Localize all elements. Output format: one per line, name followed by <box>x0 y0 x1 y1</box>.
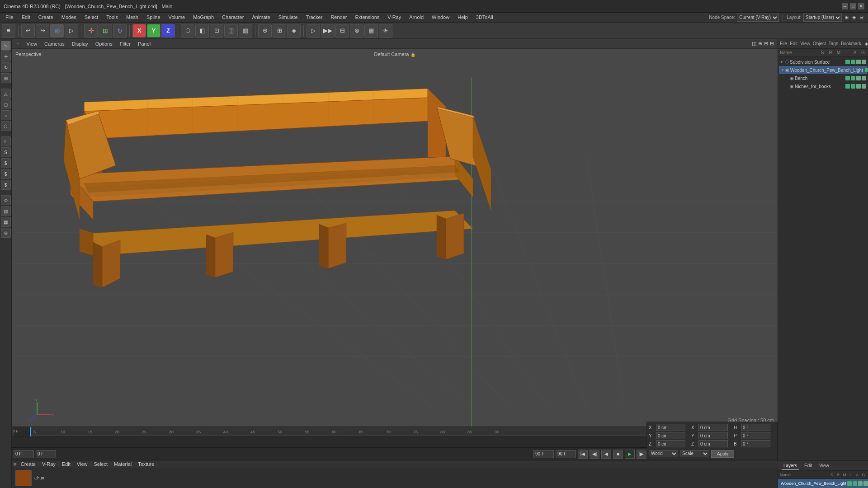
toolbar-poly-btn[interactable]: ▥ <box>239 24 252 38</box>
toolbar-light-btn[interactable]: ☀ <box>379 24 392 38</box>
menu-animate[interactable]: Animate <box>248 14 274 21</box>
obj-header-object[interactable]: Object <box>813 41 826 46</box>
vp-menu-display[interactable]: Display <box>70 40 90 47</box>
menu-mograph[interactable]: MoGraph <box>189 14 217 21</box>
coord-x-pos[interactable] <box>656 424 685 431</box>
left-btn-d4[interactable]: ⊛ <box>1 228 11 238</box>
menu-volume[interactable]: Volume <box>165 14 189 21</box>
coord-z-size[interactable] <box>698 440 728 447</box>
current-frame-field[interactable] <box>36 450 56 458</box>
toolbar-live-btn[interactable]: ◎ <box>50 24 64 38</box>
toolbar-x-btn[interactable]: X <box>132 24 146 38</box>
coord-x-size[interactable] <box>698 424 728 431</box>
coord-p-val[interactable] <box>741 432 770 439</box>
menu-render[interactable]: Render <box>327 14 350 21</box>
mat-menu-view[interactable]: View <box>75 461 90 467</box>
close-button[interactable]: ✕ <box>858 3 864 9</box>
left-btn-d1[interactable]: ⊙ <box>1 195 11 205</box>
left-btn-c3[interactable]: $ <box>1 158 11 168</box>
mat-menu-select[interactable]: Select <box>92 461 109 467</box>
vp-menu-filter[interactable]: Filter <box>118 40 132 47</box>
toolbar-render2-btn[interactable]: ▷ <box>307 24 320 38</box>
toolbar-menu-btn[interactable]: ≡ <box>2 24 15 38</box>
left-btn-d2[interactable]: ▥ <box>1 206 11 216</box>
obj-header-bookmark[interactable]: Bookmark <box>841 41 861 46</box>
layout-dropdown[interactable]: Startup (User) <box>803 14 842 22</box>
tree-item-bench[interactable]: ▣ Bench <box>779 74 867 82</box>
maximize-button[interactable]: □ <box>850 3 856 9</box>
menu-modes[interactable]: Modes <box>58 14 80 21</box>
left-btn-b3[interactable]: ○ <box>1 110 11 120</box>
menu-tracker[interactable]: Tracker <box>302 14 326 21</box>
menu-mesh[interactable]: Mesh <box>123 14 142 21</box>
menu-spline[interactable]: Spline <box>143 14 164 21</box>
vp-icon-2[interactable]: ⊕ <box>758 41 762 47</box>
left-btn-c2[interactable]: S <box>1 147 11 157</box>
menu-window[interactable]: Window <box>428 14 453 21</box>
toolbar-sel-btn[interactable]: ◧ <box>195 24 209 38</box>
menu-create[interactable]: Create <box>35 14 57 21</box>
vp-icon-4[interactable]: ⊟ <box>770 41 774 47</box>
layers-tab[interactable]: Layers <box>782 462 799 469</box>
left-btn-select[interactable]: ↖ <box>1 41 11 51</box>
tree-item-church[interactable]: ▼ ▣ Wooden_Church_Pew_Bench_Light <box>779 66 867 74</box>
left-btn-scale[interactable]: ⊞ <box>1 73 11 83</box>
menu-edit[interactable]: Edit <box>18 14 34 21</box>
layout-icon3[interactable]: ⊟ <box>859 14 864 20</box>
obj-header-file[interactable]: File <box>780 41 787 46</box>
toolbar-renderAll-btn[interactable]: ▶▶ <box>321 24 335 38</box>
mat-menu-create[interactable]: Create <box>19 461 38 467</box>
toolbar-snap-btn[interactable]: ⊕ <box>258 24 272 38</box>
mat-menu-texture[interactable]: Texture <box>136 461 156 467</box>
menu-vray[interactable]: V-Ray <box>384 14 405 21</box>
tree-item-niches[interactable]: ▣ Niches_for_books <box>779 82 867 90</box>
coord-z-pos[interactable] <box>656 440 685 447</box>
vp-menu-panel[interactable]: Panel <box>136 40 152 47</box>
obj-header-edit[interactable]: Edit <box>790 41 797 46</box>
play-fwd-btn[interactable]: ▶ <box>625 450 635 459</box>
fps-field[interactable] <box>556 450 576 458</box>
vp-icon-1[interactable]: ◫ <box>752 41 756 47</box>
mat-menu-vray[interactable]: V-Ray <box>40 461 57 467</box>
layers-edit-tab[interactable]: Edit <box>802 462 814 469</box>
left-btn-b1[interactable]: △ <box>1 89 11 99</box>
play-first-btn[interactable]: |◀ <box>578 450 588 459</box>
playhead[interactable] <box>30 427 31 436</box>
toolbar-rotate-btn[interactable]: ↻ <box>113 24 127 38</box>
world-dropdown[interactable]: World Object <box>649 450 678 457</box>
toolbar-coord-btn[interactable]: ◈ <box>287 24 301 38</box>
obj-header-tags[interactable]: Tags <box>829 41 838 46</box>
left-btn-rotate[interactable]: ↻ <box>1 62 11 72</box>
toolbar-move-btn[interactable]: ✛ <box>84 24 98 38</box>
left-btn-c5[interactable]: $ <box>1 180 11 190</box>
left-btn-move[interactable]: ✛ <box>1 52 11 61</box>
menu-character[interactable]: Character <box>218 14 247 21</box>
start-frame-field[interactable] <box>14 450 34 458</box>
layers-view-tab[interactable]: View <box>817 462 831 469</box>
vp-menu-view[interactable]: View <box>24 40 39 47</box>
toolbar-z-btn[interactable]: Z <box>161 24 175 38</box>
menu-tools[interactable]: Tools <box>103 14 122 21</box>
coord-y-pos[interactable] <box>656 432 685 439</box>
menu-simulate[interactable]: Simulate <box>275 14 302 21</box>
menu-select[interactable]: Select <box>81 14 102 21</box>
apply-button[interactable]: Apply <box>711 450 734 458</box>
toolbar-edge-btn[interactable]: ◫ <box>224 24 238 38</box>
toolbar-view-btn[interactable]: ⊟ <box>335 24 349 38</box>
obj-header-view[interactable]: View <box>800 41 810 46</box>
scale-dropdown[interactable]: Scale <box>680 450 709 457</box>
vp-menu-cameras[interactable]: Cameras <box>42 40 66 47</box>
menu-3dtoall[interactable]: 3DToAll <box>472 14 497 21</box>
toolbar-work-btn[interactable]: ⊞ <box>273 24 286 38</box>
menu-extensions[interactable]: Extensions <box>351 14 383 21</box>
play-back-btn[interactable]: ◀ <box>601 450 611 459</box>
toolbar-undo-btn[interactable]: ↩ <box>21 24 35 38</box>
play-next-btn[interactable]: |▶ <box>637 450 646 459</box>
material-swatch[interactable] <box>15 470 32 486</box>
left-btn-c4[interactable]: $ <box>1 169 11 179</box>
menu-file[interactable]: File <box>2 14 17 21</box>
left-btn-b2[interactable]: ◻ <box>1 99 11 109</box>
mat-menu-edit[interactable]: Edit <box>60 461 72 467</box>
toolbar-y-btn[interactable]: Y <box>147 24 160 38</box>
left-btn-d3[interactable]: ▦ <box>1 217 11 227</box>
